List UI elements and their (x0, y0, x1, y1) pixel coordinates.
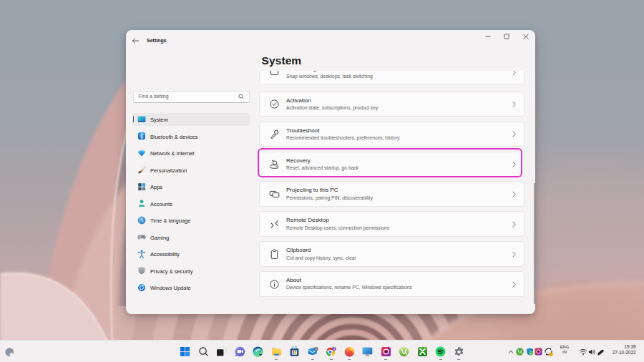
svg-text:3: 3 (333, 347, 335, 351)
svg-text:5: 5 (315, 347, 317, 351)
